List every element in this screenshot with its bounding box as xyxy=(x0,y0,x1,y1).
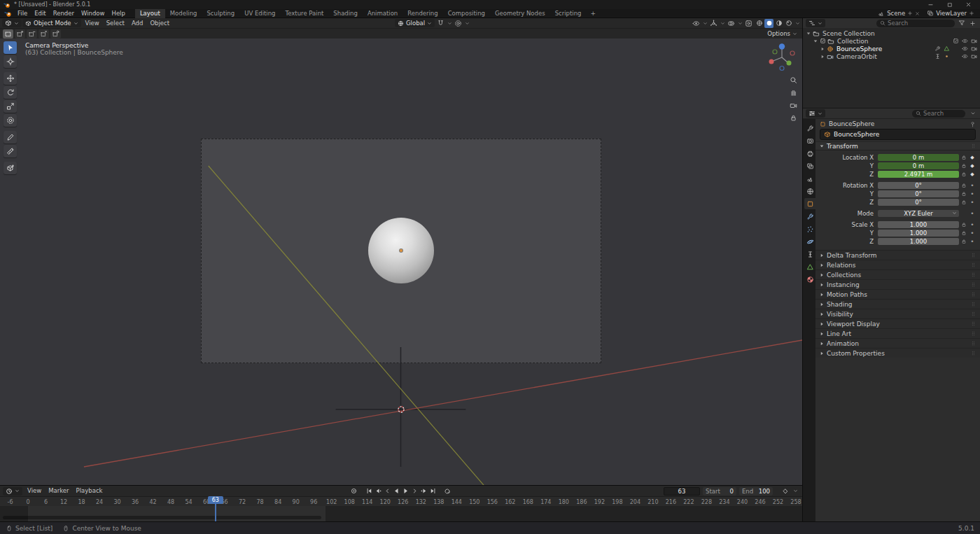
location-x-field[interactable]: 0 m xyxy=(878,154,959,161)
workspace-tab-shading[interactable]: Shading xyxy=(328,9,363,18)
location-y-field[interactable]: 0 m xyxy=(878,162,959,169)
minimize-button[interactable] xyxy=(927,1,934,8)
properties-tab-particles[interactable] xyxy=(804,223,816,234)
breadcrumb-label[interactable]: BounceSphere xyxy=(829,120,874,127)
lock-icon[interactable] xyxy=(959,230,968,236)
panel-collections[interactable]: Collections xyxy=(816,269,980,279)
properties-tab-material[interactable] xyxy=(804,274,816,285)
snap-dropdown[interactable] xyxy=(447,19,452,28)
gizmos-dropdown[interactable] xyxy=(720,19,725,28)
zoom-button[interactable] xyxy=(788,75,799,85)
animate-dot-icon[interactable]: • xyxy=(968,230,976,237)
chevron-down-icon[interactable] xyxy=(805,31,811,36)
delete-scene-icon[interactable] xyxy=(915,11,920,16)
rotation-mode-dropdown[interactable]: XYZ Euler xyxy=(878,210,959,217)
outliner-item-label[interactable]: CameraOrbit xyxy=(835,53,878,60)
close-button[interactable] xyxy=(965,1,972,8)
navigation-gizmo[interactable] xyxy=(766,41,798,73)
properties-tab-output[interactable] xyxy=(804,148,816,159)
menu-window[interactable]: Window xyxy=(78,9,108,18)
options-dropdown[interactable]: Options xyxy=(767,30,799,37)
viewport-menu-add[interactable]: Add xyxy=(128,19,146,28)
panel-relations[interactable]: Relations xyxy=(816,260,980,269)
workspace-tab-sculpting[interactable]: Sculpting xyxy=(202,9,239,18)
lock-icon[interactable] xyxy=(959,183,968,188)
lock-icon[interactable] xyxy=(959,199,968,205)
select-mode-extend-button[interactable] xyxy=(15,29,25,38)
proportional-editing-toggle[interactable] xyxy=(454,19,463,28)
select-mode-invert-button[interactable] xyxy=(38,29,49,38)
lock-icon[interactable] xyxy=(959,191,968,197)
scene-selector[interactable]: Scene xyxy=(874,10,923,17)
workspace-tab-modeling[interactable]: Modeling xyxy=(165,9,202,18)
move-tool-button[interactable] xyxy=(4,72,17,85)
viewport-menu-select[interactable]: Select xyxy=(103,19,128,28)
viewport-menu-view[interactable]: View xyxy=(82,19,103,28)
keyframe-diamond-icon[interactable]: ◆ xyxy=(968,171,976,177)
panel-delta-transform[interactable]: Delta Transform xyxy=(816,250,980,260)
play-reverse-button[interactable] xyxy=(392,487,400,496)
jump-end-button[interactable] xyxy=(428,487,437,496)
panel-motion-paths[interactable]: Motion Paths xyxy=(816,289,980,299)
outliner-row-bouncesphere[interactable]: BounceSphere xyxy=(803,45,980,52)
outliner-item-label[interactable]: Collection xyxy=(836,38,870,45)
transform-tool-button[interactable] xyxy=(4,114,17,127)
properties-editor-type-button[interactable] xyxy=(806,109,825,118)
lock-view-button[interactable] xyxy=(788,113,799,123)
viewport-menu-object[interactable]: Object xyxy=(146,19,173,28)
properties-tab-world[interactable] xyxy=(804,185,816,197)
timeline-menu-view[interactable]: View xyxy=(24,486,45,496)
cursor-tool-button[interactable] xyxy=(4,55,17,68)
properties-search-input[interactable] xyxy=(923,110,962,117)
end-frame-field[interactable]: End 100 xyxy=(739,487,773,496)
workspace-tab-scripting[interactable]: Scripting xyxy=(550,9,587,18)
keyframe-diamond-icon[interactable]: ◆ xyxy=(968,155,976,160)
menu-edit[interactable]: Edit xyxy=(31,9,49,18)
annotate-tool-button[interactable] xyxy=(4,131,17,143)
animate-dot-icon[interactable]: • xyxy=(968,190,976,197)
lock-icon[interactable] xyxy=(959,239,968,244)
scale-y-field[interactable]: 1.000 xyxy=(878,230,959,237)
3d-viewport[interactable]: Camera Perspective (63) Collection | Bou… xyxy=(0,38,802,485)
add-cube-tool-button[interactable] xyxy=(4,162,17,174)
shading-rendered-button[interactable] xyxy=(784,19,793,28)
playback-sync-dropdown[interactable] xyxy=(443,487,451,496)
panel-animation[interactable]: Animation xyxy=(816,338,980,348)
scale-x-field[interactable]: 1.000 xyxy=(878,221,959,228)
chevron-right-icon[interactable] xyxy=(819,46,825,52)
properties-tab-render[interactable] xyxy=(804,135,816,146)
timeline-ruler[interactable]: -606121824303642485460667278849096102108… xyxy=(0,496,802,506)
keying-set-dropdown[interactable] xyxy=(781,487,790,496)
select-mode-new-button[interactable] xyxy=(3,29,13,38)
overlays-dropdown[interactable] xyxy=(737,19,743,28)
outliner-row-scene-collection[interactable]: Scene Collection xyxy=(803,29,980,37)
eye-toggle-icon[interactable] xyxy=(961,38,969,44)
filter-icon[interactable] xyxy=(957,19,966,28)
snap-toggle[interactable] xyxy=(436,19,445,28)
current-frame-badge[interactable]: 63 xyxy=(208,496,223,504)
lock-icon[interactable] xyxy=(959,163,968,169)
editor-type-button[interactable] xyxy=(2,19,22,27)
workspace-tab-texture-paint[interactable]: Texture Paint xyxy=(281,9,329,18)
xray-toggle[interactable] xyxy=(744,19,753,28)
shading-material-preview-button[interactable] xyxy=(774,19,783,28)
lock-icon[interactable] xyxy=(959,222,968,227)
menu-help[interactable]: Help xyxy=(108,9,128,18)
workspace-tab-rendering[interactable]: Rendering xyxy=(402,9,442,18)
maximize-button[interactable] xyxy=(946,1,953,8)
menu-render[interactable]: Render xyxy=(50,9,78,18)
add-workspace-button[interactable]: + xyxy=(586,10,600,17)
rotation-z-field[interactable]: 0° xyxy=(878,199,959,206)
select-mode-intersect-button[interactable] xyxy=(50,29,61,38)
transform-orientation-dropdown[interactable]: Global xyxy=(395,19,435,27)
new-view-layer-icon[interactable] xyxy=(969,10,974,16)
menu-file[interactable]: File xyxy=(14,9,31,18)
outliner-search[interactable] xyxy=(876,20,955,27)
workspace-tab-uv-editing[interactable]: UV Editing xyxy=(239,9,280,18)
lock-icon[interactable] xyxy=(959,155,968,160)
properties-tab-constraints[interactable] xyxy=(804,248,816,260)
panel-viewport-display[interactable]: Viewport Display xyxy=(816,318,980,328)
camera-toggle-icon[interactable] xyxy=(970,53,978,59)
outliner-editor-type-button[interactable] xyxy=(806,19,825,27)
timeline-editor-type-button[interactable] xyxy=(3,487,22,496)
